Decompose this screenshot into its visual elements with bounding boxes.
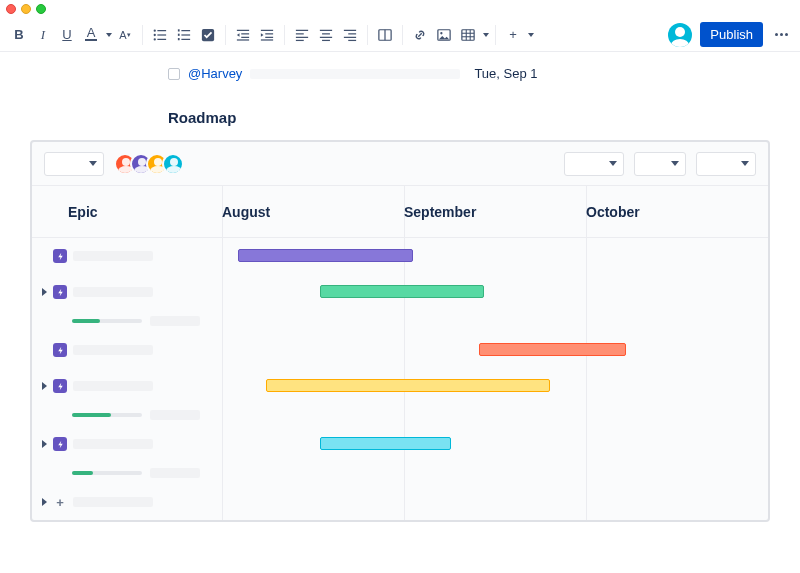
svg-rect-8 xyxy=(181,38,190,39)
placeholder-text xyxy=(73,287,153,297)
table-button[interactable] xyxy=(457,23,479,47)
mention-chip[interactable]: @Harvey xyxy=(188,66,242,81)
table-dropdown[interactable] xyxy=(483,33,489,37)
svg-rect-10 xyxy=(178,33,180,35)
progress-bar xyxy=(72,319,142,323)
epic-icon xyxy=(53,285,67,299)
placeholder-text xyxy=(73,251,153,261)
date-chip[interactable]: Tue, Sep 1 xyxy=(474,66,537,81)
svg-rect-23 xyxy=(296,36,308,37)
text-color-button[interactable]: A xyxy=(80,23,102,47)
svg-rect-5 xyxy=(157,38,166,39)
timeline-bar[interactable] xyxy=(266,379,550,392)
editor-toolbar: B I U A A▾ + Publish xyxy=(0,18,800,52)
timeline-bar[interactable] xyxy=(320,437,451,450)
roadmap-settings-select[interactable] xyxy=(696,152,756,176)
indent-button[interactable] xyxy=(256,23,278,47)
timeline-bar[interactable] xyxy=(238,249,413,262)
add-epic-icon[interactable]: + xyxy=(53,495,67,509)
insert-dropdown[interactable] xyxy=(528,33,534,37)
timeline-bar[interactable] xyxy=(479,343,626,356)
window-minimize-button[interactable] xyxy=(21,4,31,14)
svg-rect-6 xyxy=(181,30,190,31)
svg-rect-24 xyxy=(296,39,304,40)
insert-button[interactable]: + xyxy=(502,23,524,47)
roadmap-embed: Epic August September October + xyxy=(30,140,770,522)
svg-rect-3 xyxy=(157,34,166,35)
window-titlebar xyxy=(0,0,800,18)
italic-button[interactable]: I xyxy=(32,23,54,47)
svg-rect-25 xyxy=(320,29,332,30)
outdent-button[interactable] xyxy=(232,23,254,47)
strikethrough-button[interactable]: A▾ xyxy=(114,23,136,47)
progress-row xyxy=(32,404,768,426)
roadmap-toolbar xyxy=(32,142,768,186)
epic-icon xyxy=(53,437,67,451)
svg-rect-14 xyxy=(241,33,249,34)
roadmap-row xyxy=(32,368,768,404)
publish-button[interactable]: Publish xyxy=(700,22,763,47)
roadmap-view-select[interactable] xyxy=(564,152,624,176)
task-row: @Harvey Tue, Sep 1 xyxy=(168,66,760,81)
roadmap-row xyxy=(32,332,768,368)
underline-button[interactable]: U xyxy=(56,23,78,47)
progress-row xyxy=(32,462,768,484)
svg-rect-27 xyxy=(320,36,332,37)
month-header: August xyxy=(222,204,404,220)
window-zoom-button[interactable] xyxy=(36,4,46,14)
svg-rect-29 xyxy=(344,29,356,30)
roadmap-rows: + xyxy=(32,238,768,520)
link-button[interactable] xyxy=(409,23,431,47)
window-close-button[interactable] xyxy=(6,4,16,14)
month-header: September xyxy=(404,204,586,220)
more-menu-button[interactable] xyxy=(771,33,792,36)
bold-button[interactable]: B xyxy=(8,23,30,47)
roadmap-body: Epic August September October + xyxy=(32,186,768,520)
epic-icon xyxy=(53,343,67,357)
epic-icon xyxy=(53,249,67,263)
svg-rect-15 xyxy=(241,36,249,37)
svg-rect-16 xyxy=(237,39,249,40)
align-center-button[interactable] xyxy=(315,23,337,47)
checklist-button[interactable] xyxy=(197,23,219,47)
align-left-button[interactable] xyxy=(291,23,313,47)
placeholder-text xyxy=(73,439,153,449)
task-checkbox[interactable] xyxy=(168,68,180,80)
avatar[interactable] xyxy=(162,153,184,175)
expand-caret[interactable] xyxy=(42,440,47,448)
assignee-avatars[interactable] xyxy=(114,153,184,175)
placeholder-text xyxy=(150,468,200,478)
svg-rect-19 xyxy=(265,36,273,37)
text-color-dropdown[interactable] xyxy=(106,33,112,37)
svg-rect-11 xyxy=(178,38,180,40)
svg-point-2 xyxy=(154,33,156,35)
layout-button[interactable] xyxy=(374,23,396,47)
epic-icon xyxy=(53,379,67,393)
roadmap-row xyxy=(32,274,768,310)
user-avatar[interactable] xyxy=(668,23,692,47)
svg-rect-7 xyxy=(181,34,190,35)
expand-caret[interactable] xyxy=(42,382,47,390)
expand-caret[interactable] xyxy=(42,498,47,506)
roadmap-zoom-select[interactable] xyxy=(634,152,686,176)
svg-rect-18 xyxy=(265,33,273,34)
placeholder-text xyxy=(150,410,200,420)
svg-rect-9 xyxy=(178,29,180,31)
bullet-list-button[interactable] xyxy=(149,23,171,47)
timeline-bar[interactable] xyxy=(320,285,484,298)
placeholder-text xyxy=(73,497,153,507)
expand-caret[interactable] xyxy=(42,288,47,296)
roadmap-header-row: Epic August September October xyxy=(32,186,768,238)
image-button[interactable] xyxy=(433,23,455,47)
align-right-button[interactable] xyxy=(339,23,361,47)
placeholder-text xyxy=(73,345,153,355)
progress-bar xyxy=(72,471,142,475)
svg-rect-28 xyxy=(322,39,330,40)
svg-rect-37 xyxy=(462,29,474,40)
document-body: @Harvey Tue, Sep 1 Roadmap xyxy=(0,52,800,126)
placeholder-text xyxy=(73,381,153,391)
roadmap-filter-select[interactable] xyxy=(44,152,104,176)
svg-rect-1 xyxy=(157,30,166,31)
progress-row xyxy=(32,310,768,332)
numbered-list-button[interactable] xyxy=(173,23,195,47)
